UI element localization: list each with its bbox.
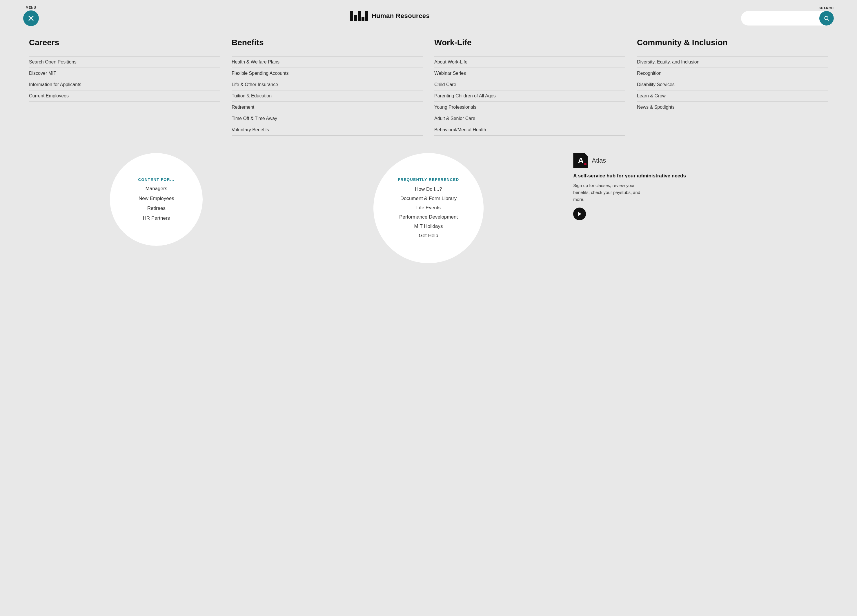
benefits-link-4[interactable]: Retirement [232,102,423,113]
content-for-link-1[interactable]: New Employees [139,196,174,201]
freq-link-2[interactable]: Life Events [416,205,441,210]
careers-links: Search Open Positions Discover MIT Infor… [29,56,220,102]
list-item: Document & Form Library [401,196,457,201]
list-item: MIT Holidays [414,223,443,229]
menu-button[interactable] [23,11,39,26]
search-input[interactable] [741,12,819,24]
list-item: Life Events [416,205,441,211]
community-link-2[interactable]: Disability Services [637,79,828,90]
benefits-link-1[interactable]: Flexible Spending Accounts [232,68,423,79]
search-button[interactable] [819,11,834,26]
list-item: Retirement [232,102,423,113]
community-links: Diversity, Equity, and Inclusion Recogni… [637,56,828,113]
benefits-link-5[interactable]: Time Off & Time Away [232,113,423,124]
bottom-section: CONTENT FOR... Managers New Employees Re… [0,147,857,281]
list-item: Recognition [637,68,828,79]
worklife-link-6[interactable]: Behavioral/Mental Health [434,124,625,136]
freq-ref-wrapper: FREQUENTLY REFERENCED How Do I...? Docum… [295,153,562,263]
benefits-link-0[interactable]: Health & Welfare Plans [232,56,423,68]
worklife-title: Work-Life [434,38,625,48]
atlas-notch [584,153,588,157]
svg-marker-4 [579,212,582,216]
content-for-wrapper: CONTENT FOR... Managers New Employees Re… [23,153,289,246]
atlas-logo-icon: A [573,153,588,168]
atlas-section: A Atlas A self-service hub for your admi… [568,153,834,220]
menu-area: MENU [23,6,39,26]
worklife-link-0[interactable]: About Work-Life [434,56,625,68]
worklife-link-2[interactable]: Child Care [434,79,625,90]
list-item: Performance Development [399,214,458,220]
list-item: Behavioral/Mental Health [434,124,625,136]
content-for-link-3[interactable]: HR Partners [143,215,170,221]
careers-link-2[interactable]: Information for Applicants [29,79,220,90]
list-item: How Do I...? [415,186,442,192]
search-icon [824,15,829,21]
worklife-link-1[interactable]: Webinar Series [434,68,625,79]
list-item: Time Off & Time Away [232,113,423,124]
content-for-circle: CONTENT FOR... Managers New Employees Re… [110,153,203,246]
search-label: SEARCH [819,6,834,10]
community-section: Community & Inclusion Diversity, Equity,… [631,38,834,136]
freq-link-5[interactable]: Get Help [419,233,438,238]
freq-links: How Do I...? Document & Form Library Lif… [399,186,458,238]
menu-label: MENU [26,6,36,9]
freq-link-4[interactable]: MIT Holidays [414,223,443,229]
list-item: Current Employees [29,90,220,102]
worklife-link-4[interactable]: Young Professionals [434,102,625,113]
list-item: Learn & Grow [637,90,828,102]
community-link-4[interactable]: News & Spotlights [637,102,828,113]
benefits-links: Health & Welfare Plans Flexible Spending… [232,56,423,136]
list-item: News & Spotlights [637,102,828,113]
search-bar [741,11,834,26]
atlas-red-dot [584,163,586,165]
worklife-link-5[interactable]: Adult & Senior Care [434,113,625,124]
worklife-links: About Work-Life Webinar Series Child Car… [434,56,625,136]
careers-link-1[interactable]: Discover MIT [29,68,220,79]
header: MENU Human Resources SEARCH [0,0,857,32]
list-item: Webinar Series [434,68,625,79]
atlas-letter: A [578,156,583,165]
atlas-logo-row: A Atlas [573,153,834,168]
play-button[interactable] [573,207,586,220]
atlas-tagline: A self-service hub for your administrati… [573,173,834,179]
list-item: Retirees [147,206,166,211]
play-icon [577,211,582,217]
list-item: Managers [145,186,167,192]
list-item: Information for Applicants [29,79,220,90]
community-link-3[interactable]: Learn & Grow [637,90,828,102]
atlas-name: Atlas [592,157,606,164]
list-item: HR Partners [143,215,170,221]
list-item: Health & Welfare Plans [232,56,423,68]
list-item: Tuition & Education [232,90,423,102]
content-for-label: CONTENT FOR... [138,177,175,182]
benefits-link-6[interactable]: Voluntary Benefits [232,124,423,136]
main-nav: Careers Search Open Positions Discover M… [0,32,857,147]
content-for-link-2[interactable]: Retirees [147,206,166,211]
list-item: About Work-Life [434,56,625,68]
worklife-link-3[interactable]: Parenting Children of All Ages [434,90,625,102]
list-item: Young Professionals [434,102,625,113]
list-item: Get Help [419,233,438,238]
freq-link-1[interactable]: Document & Form Library [401,196,457,201]
community-link-0[interactable]: Diversity, Equity, and Inclusion [637,56,828,68]
list-item: Voluntary Benefits [232,124,423,136]
freq-link-0[interactable]: How Do I...? [415,186,442,192]
community-link-1[interactable]: Recognition [637,68,828,79]
search-area: SEARCH [741,6,834,26]
list-item: Flexible Spending Accounts [232,68,423,79]
benefits-link-2[interactable]: Life & Other Insurance [232,79,423,90]
content-for-link-0[interactable]: Managers [145,186,167,191]
careers-link-0[interactable]: Search Open Positions [29,56,220,68]
list-item: Parenting Children of All Ages [434,90,625,102]
logo: Human Resources [350,11,430,21]
close-icon [28,15,34,22]
atlas-description: Sign up for classes, review your benefit… [573,182,648,203]
careers-link-3[interactable]: Current Employees [29,90,220,102]
freq-label: FREQUENTLY REFERENCED [398,177,459,182]
list-item: Discover MIT [29,68,220,79]
freq-link-3[interactable]: Performance Development [399,214,458,220]
frequently-referenced-circle: FREQUENTLY REFERENCED How Do I...? Docum… [373,153,484,263]
list-item: Search Open Positions [29,56,220,68]
careers-section: Careers Search Open Positions Discover M… [23,38,226,136]
benefits-link-3[interactable]: Tuition & Education [232,90,423,102]
